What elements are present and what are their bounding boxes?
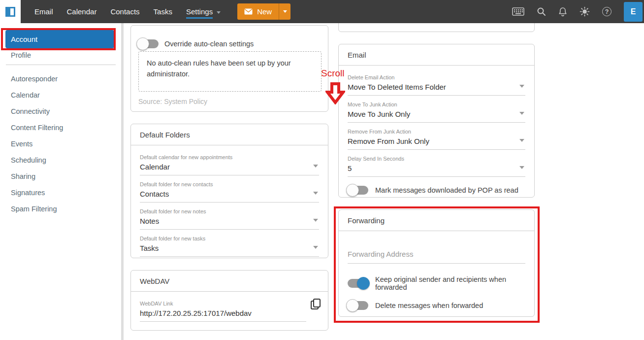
default-contacts-field: Default folder for new contacts Contacts	[140, 181, 319, 203]
forwarding-card-title: Forwarding	[339, 210, 534, 231]
autoclean-notice: No auto-clean rules have been set up by …	[138, 51, 322, 92]
new-button[interactable]: New	[237, 3, 290, 20]
navbar-right-icons: ? E	[512, 2, 643, 22]
copy-button[interactable]	[310, 298, 321, 312]
copy-icon	[310, 298, 321, 310]
delete-email-action-select[interactable]: Move To Deleted Items Folder	[348, 81, 525, 96]
notifications-bell-icon[interactable]	[558, 7, 567, 17]
nav-item-calendar[interactable]: Calendar	[60, 0, 104, 23]
keyboard-shortcuts-icon[interactable]	[512, 7, 524, 16]
delay-send-field: Delay Send In Seconds 5	[348, 156, 525, 177]
delay-send-select[interactable]: 5	[348, 162, 525, 177]
move-to-junk-action-select[interactable]: Move To Junk Only	[348, 108, 525, 123]
keep-original-toggle[interactable]	[348, 279, 368, 288]
pop-read-toggle[interactable]	[348, 186, 368, 195]
settings-sidebar: Account Profile Autoresponder Calendar C…	[0, 23, 121, 340]
sidebar-divider	[6, 65, 116, 65]
override-autoclean-row: Override auto-clean settings	[138, 39, 254, 48]
default-notes-field: Default folder for new notes Notes	[140, 208, 319, 230]
envelope-icon	[244, 8, 253, 15]
sidebar-item-profile[interactable]: Profile	[11, 51, 31, 59]
sidebar-item-list: Autoresponder Calendar Connectivity Cont…	[0, 71, 121, 217]
pop-read-toggle-row: Mark messages downloaded by POP as read	[348, 186, 525, 195]
sidebar-item-connectivity[interactable]: Connectivity	[0, 103, 121, 120]
forwarding-address-input[interactable]	[348, 247, 525, 264]
remove-from-junk-action-field: Remove From Junk Action Remove From Junk…	[348, 129, 525, 150]
forwarding-card: Forwarding Keep original sender and reci…	[338, 209, 535, 317]
nav-item-tasks[interactable]: Tasks	[147, 0, 179, 23]
chevron-down-icon	[217, 11, 221, 14]
pop-read-toggle-label: Mark messages downloaded by POP as read	[375, 186, 518, 194]
chevron-down-icon	[519, 85, 524, 88]
chevron-down-icon	[313, 192, 318, 195]
move-to-junk-action-field: Move To Junk Action Move To Junk Only	[348, 102, 525, 123]
sidebar-item-account[interactable]: Account	[5, 30, 114, 48]
chevron-down-icon	[519, 166, 524, 169]
webdav-link-field: WebDAV Link http://172.20.25.25:17017/we…	[140, 301, 306, 322]
app-logo-icon	[5, 7, 15, 17]
default-folders-title: Default Folders	[131, 124, 328, 145]
autoclean-source-text: Source: System Policy	[138, 98, 207, 105]
delete-when-forwarded-toggle-row: Delete messages when forwarded	[348, 301, 525, 310]
autoclean-card: Override auto-clean settings No auto-cle…	[130, 25, 328, 112]
webdav-card: WebDAV WebDAV Link http://172.20.25.25:1…	[130, 270, 328, 331]
sidebar-scrollbar[interactable]	[121, 23, 124, 340]
chevron-down-icon	[313, 219, 318, 222]
sidebar-item-events[interactable]: Events	[0, 136, 121, 152]
sidebar-item-content-filtering[interactable]: Content Filtering	[0, 120, 121, 136]
sidebar-item-calendar[interactable]: Calendar	[0, 87, 121, 103]
webdav-link-value[interactable]: http://172.20.25.25:17017/webdav	[140, 307, 306, 322]
keep-original-toggle-label: Keep original sender and recipients when…	[375, 275, 525, 291]
email-settings-card: Email Delete Email Action Move To Delete…	[338, 44, 535, 198]
default-tasks-select[interactable]: Tasks	[140, 242, 319, 257]
top-navbar: Email Calendar Contacts Tasks Settings N…	[0, 0, 644, 23]
delete-when-forwarded-toggle[interactable]	[348, 301, 368, 310]
default-tasks-field: Default folder for new tasks Tasks	[140, 236, 319, 257]
chevron-down-icon	[519, 112, 524, 115]
sidebar-item-sharing[interactable]: Sharing	[0, 169, 121, 185]
chevron-down-icon	[313, 165, 318, 168]
search-icon[interactable]	[537, 7, 546, 16]
new-dropdown-button[interactable]	[279, 3, 290, 20]
avatar[interactable]: E	[624, 2, 643, 22]
brightness-theme-icon[interactable]	[580, 6, 590, 17]
chevron-down-icon	[519, 139, 524, 142]
nav-item-email[interactable]: Email	[28, 0, 60, 23]
app-logo[interactable]	[0, 0, 21, 23]
default-calendar-field: Default calendar for new appointments Ca…	[140, 154, 319, 175]
sidebar-item-signatures[interactable]: Signatures	[0, 185, 121, 201]
annotation-down-arrow-icon	[325, 82, 345, 106]
chevron-down-icon	[283, 10, 287, 13]
default-contacts-select[interactable]: Contacts	[140, 188, 319, 203]
settings-page: Email Calendar Contacts Tasks Settings N…	[0, 0, 644, 340]
remove-from-junk-action-select[interactable]: Remove From Junk Only	[348, 135, 525, 150]
delete-when-forwarded-toggle-label: Delete messages when forwarded	[375, 302, 483, 309]
sidebar-item-autoresponder[interactable]: Autoresponder	[0, 71, 121, 87]
new-button-label: New	[257, 7, 272, 16]
email-card-title: Email	[339, 44, 534, 66]
default-notes-select[interactable]: Notes	[140, 215, 319, 230]
override-autoclean-toggle[interactable]	[138, 39, 159, 48]
annotation-scroll-label: Scroll	[321, 68, 345, 79]
default-calendar-select[interactable]: Calendar	[140, 161, 319, 175]
override-autoclean-label: Override auto-clean settings	[164, 40, 254, 48]
sidebar-item-scheduling[interactable]: Scheduling	[0, 152, 121, 169]
nav-item-settings[interactable]: Settings	[179, 0, 227, 23]
webdav-title: WebDAV	[131, 271, 328, 292]
nav-menu: Email Calendar Contacts Tasks Settings	[28, 0, 227, 23]
chevron-down-icon	[313, 246, 318, 249]
help-icon[interactable]: ?	[602, 7, 612, 16]
keep-original-toggle-row: Keep original sender and recipients when…	[348, 275, 525, 291]
default-folders-card: Default Folders Default calendar for new…	[130, 124, 328, 258]
delete-email-action-field: Delete Email Action Move To Deleted Item…	[348, 74, 525, 96]
sidebar-item-spam-filtering[interactable]: Spam Filtering	[0, 201, 121, 217]
nav-item-contacts[interactable]: Contacts	[103, 0, 146, 23]
